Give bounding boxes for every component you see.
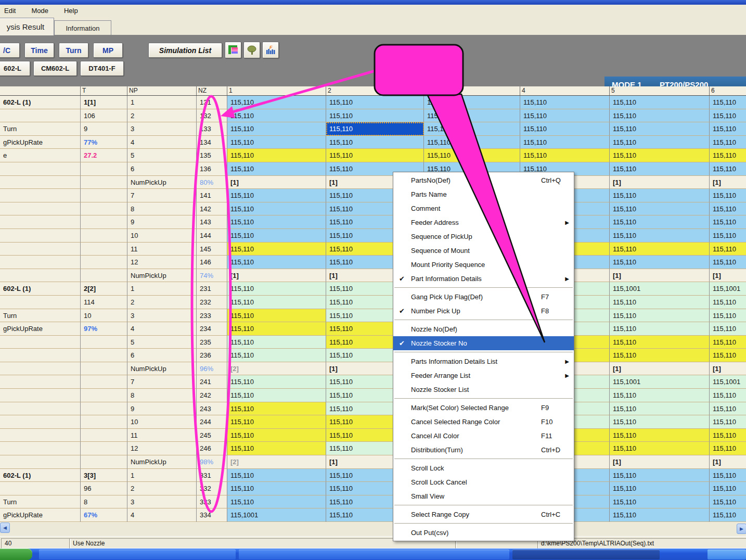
data-cell[interactable]: 115,110 [424,109,520,123]
menu-item-mount-priority-sequence[interactable]: Mount Priority Sequence [393,258,574,272]
data-cell[interactable]: 115,110 [710,109,746,123]
menu-item-gang-pick-up-flag-def[interactable]: Gang Pick Up Flag(Def)F7 [393,290,574,304]
data-cell[interactable]: 115,110 [610,149,710,162]
menu-item-sequence-of-pickup[interactable]: Sequence of PickUp [393,230,574,244]
machine-button-cm602l[interactable]: CM602-L [33,61,77,76]
data-cell[interactable]: [1] [710,455,746,469]
data-cell[interactable]: 115,110 [710,442,746,455]
data-cell[interactable]: [1] [227,269,326,283]
data-cell[interactable]: 115,110 [610,229,710,243]
data-cell[interactable]: 115,110 [227,189,326,202]
data-cell[interactable]: 115,110 [227,469,326,482]
data-cell[interactable]: 115,110 [227,349,326,362]
data-cell[interactable]: 115,110 [610,508,710,522]
data-cell[interactable]: 115,110 [227,256,326,269]
data-cell[interactable]: 115,110 [227,282,326,296]
data-cell[interactable]: 115,110 [520,136,610,149]
data-cell[interactable]: 115,110 [326,96,424,109]
data-cell[interactable]: 115,110 [227,482,326,495]
start-button-fragment[interactable] [0,549,32,560]
data-cell[interactable]: 115,110 [610,482,710,495]
menu-item-select-range-copy[interactable]: Select Range CopyCtrl+C [393,507,574,521]
data-cell[interactable]: 115,110 [710,122,746,136]
tree-icon[interactable] [243,42,260,58]
data-cell[interactable]: 115,110 [610,162,710,176]
data-cell[interactable]: 115,110 [227,336,326,349]
menu-edit[interactable]: Edit [3,6,17,16]
data-cell[interactable]: 115,110 [227,402,326,416]
data-cell[interactable]: 115,110 [710,349,746,362]
data-cell[interactable]: 115,110 [710,136,746,149]
data-cell[interactable]: 115,110 [610,96,710,109]
data-cell[interactable]: 115,110 [710,469,746,482]
menu-item-cancel-selected-range-color[interactable]: Cancel Selected Range ColorF10 [393,415,574,429]
data-cell[interactable]: 115,110 [610,389,710,402]
data-cell[interactable]: 115,110 [610,202,710,216]
data-cell[interactable]: 115,110 [710,415,746,429]
data-cell[interactable]: 115,110 [610,189,710,202]
menu-item-out-put-csv[interactable]: Out Put(csv) [393,526,574,540]
data-cell[interactable]: 115,110 [610,136,710,149]
menu-item-number-pick-up[interactable]: ✔Number Pick UpF8 [393,304,574,318]
data-cell[interactable]: 115,110 [710,215,746,229]
column-header[interactable]: 2 [326,86,424,95]
menu-item-nozzle-stocker-list[interactable]: Nozzle Stocker List [393,383,574,397]
data-cell[interactable]: 115,110 [710,243,746,256]
menu-item-part-information-details[interactable]: ✔Part Information Details▶ [393,272,574,286]
data-cell[interactable]: 115,110 [710,296,746,309]
data-cell[interactable]: 115,110 [227,162,326,176]
data-cell[interactable]: 115,110 [610,336,710,349]
menu-item-cancel-all-color[interactable]: Cancel All ColorF11 [393,429,574,443]
data-cell[interactable]: 115,110 [710,429,746,442]
data-cell[interactable]: 115,110 [610,309,710,323]
data-cell[interactable]: 115,110 [326,136,424,149]
data-cell[interactable]: [1] [227,176,326,189]
menu-item-distribution-turn[interactable]: Distribution(Turn)Ctrl+D [393,443,574,457]
data-cell[interactable]: 115,1001 [610,375,710,389]
data-cell[interactable]: [1] [610,269,710,283]
menu-help[interactable]: Help [63,6,79,16]
data-cell[interactable]: 115,110 [424,122,520,136]
menu-mode[interactable]: Mode [30,6,49,16]
data-cell[interactable]: [1] [610,455,710,469]
data-cell[interactable]: 115,110 [227,375,326,389]
data-cell[interactable]: [1] [710,269,746,283]
menu-item-scroll-lock-cancel[interactable]: Scroll Lock Cancel [393,475,574,489]
data-cell[interactable]: 115,110 [610,402,710,416]
menu-item-mark-set-color-selected-range[interactable]: Mark(Set Color) Selected RangeF9 [393,401,574,415]
data-cell[interactable]: 115,110 [710,256,746,269]
data-cell[interactable]: 115,110 [227,215,326,229]
data-cell[interactable]: 115,110 [424,149,520,162]
time-button[interactable]: Time [24,43,54,58]
data-cell[interactable]: 115,110 [710,309,746,323]
menu-item-parts-information-details-list[interactable]: Parts Information Details List▶ [393,354,574,368]
data-cell[interactable]: 115,110 [227,109,326,123]
data-cell[interactable]: 115,110 [227,322,326,336]
data-cell[interactable]: 115,110 [227,429,326,442]
data-cell[interactable]: 115,110 [610,256,710,269]
data-cell[interactable]: 115,110 [610,495,710,509]
data-cell[interactable]: 115,110 [710,162,746,176]
data-cell[interactable]: 115,110 [326,122,424,136]
menu-item-scroll-lock[interactable]: Scroll Lock [393,461,574,475]
data-cell[interactable]: 115,110 [610,215,710,229]
machine-button-602l[interactable]: 602-L [0,61,30,76]
data-cell[interactable]: 115,110 [710,202,746,216]
data-cell[interactable]: 115,110 [520,149,610,162]
data-cell[interactable]: 115,110 [610,442,710,455]
column-header[interactable]: 3 [424,86,520,95]
pc-button[interactable]: /C [0,43,20,58]
data-cell[interactable]: 115,110 [227,309,326,323]
data-cell[interactable]: 115,110 [710,482,746,495]
data-cell[interactable]: 115,110 [227,389,326,402]
menu-item-feeder-address[interactable]: Feeder Address▶ [393,215,574,230]
menu-item-parts-name[interactable]: Parts Name [393,187,574,201]
data-cell[interactable]: [1] [710,176,746,189]
data-cell[interactable]: 115,110 [424,136,520,149]
data-cell[interactable]: 115,1001 [227,508,326,522]
data-cell[interactable]: 115,110 [610,243,710,256]
taskbar-window-button[interactable] [39,550,236,559]
data-cell[interactable]: 115,110 [710,96,746,109]
taskbar-window-button-active[interactable] [512,550,660,559]
data-cell[interactable]: 115,110 [710,322,746,336]
